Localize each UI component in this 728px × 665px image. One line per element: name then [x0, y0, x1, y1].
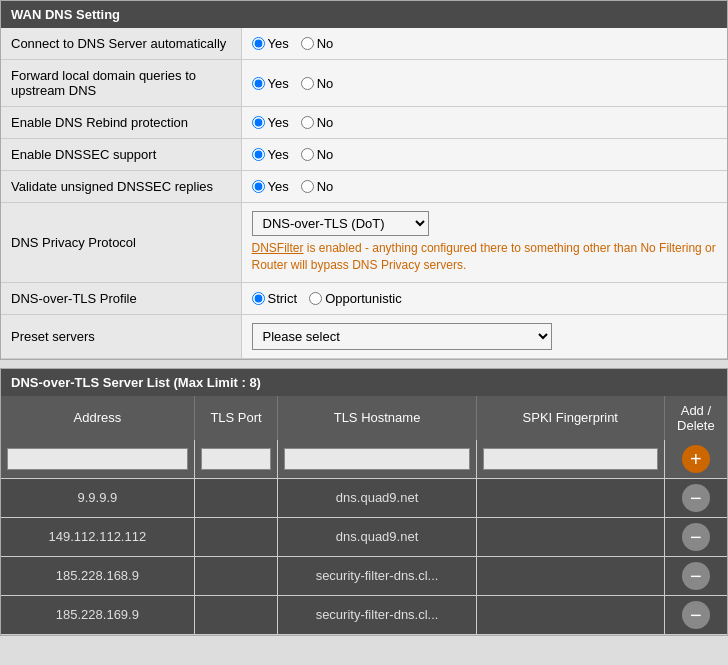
- cell-tlshost-2: dns.quad9.net: [278, 517, 476, 556]
- input-spki[interactable]: [483, 448, 658, 470]
- radio-strict[interactable]: Strict: [252, 291, 298, 306]
- radio-opportunistic[interactable]: Opportunistic: [309, 291, 402, 306]
- delete-server-button-3[interactable]: −: [682, 562, 710, 590]
- dns-privacy-note-text: is enabled - anything configured there t…: [252, 241, 716, 272]
- table-row: 149.112.112.112 dns.quad9.net −: [1, 517, 727, 556]
- radio-no-rebind[interactable]: No: [301, 115, 334, 130]
- radio-yes-forward[interactable]: Yes: [252, 76, 289, 91]
- delete-server-button-4[interactable]: −: [682, 601, 710, 629]
- table-row: 9.9.9.9 dns.quad9.net −: [1, 478, 727, 517]
- label-rebind: Enable DNS Rebind protection: [1, 107, 241, 139]
- input-row: +: [1, 440, 727, 479]
- strict-label: Strict: [268, 291, 298, 306]
- table-row: 185.228.168.9 security-filter-dns.cl... …: [1, 556, 727, 595]
- radio-input-yes-rebind[interactable]: [252, 116, 265, 129]
- cell-tlshost-3: security-filter-dns.cl...: [278, 556, 476, 595]
- input-address[interactable]: [7, 448, 188, 470]
- radio-no-validate[interactable]: No: [301, 179, 334, 194]
- row-preset-servers: Preset servers Please select: [1, 314, 727, 358]
- radio-dot-profile: Strict Opportunistic: [252, 291, 718, 306]
- radio-validate: Yes No: [252, 179, 718, 194]
- radio-no-dnssec[interactable]: No: [301, 147, 334, 162]
- cell-tlshost-4: security-filter-dns.cl...: [278, 595, 476, 634]
- radio-yes-connect[interactable]: Yes: [252, 36, 289, 51]
- server-list-section: DNS-over-TLS Server List (Max Limit : 8)…: [0, 368, 728, 636]
- radio-input-yes-dnssec[interactable]: [252, 148, 265, 161]
- cell-tlsport-4: [194, 595, 278, 634]
- radio-input-no-rebind[interactable]: [301, 116, 314, 129]
- label-forward-local: Forward local domain queries to upstream…: [1, 60, 241, 107]
- row-rebind: Enable DNS Rebind protection Yes No: [1, 107, 727, 139]
- radio-input-no-validate[interactable]: [301, 180, 314, 193]
- label-validate: Validate unsigned DNSSEC replies: [1, 171, 241, 203]
- radio-dnssec: Yes No: [252, 147, 718, 162]
- radio-connect-auto: Yes No: [252, 36, 718, 51]
- label-dnssec: Enable DNSSEC support: [1, 139, 241, 171]
- row-dot-profile: DNS-over-TLS Profile Strict Opportunisti…: [1, 282, 727, 314]
- table-header-row: Address TLS Port TLS Hostname SPKI Finge…: [1, 396, 727, 440]
- cell-tlsport-3: [194, 556, 278, 595]
- cell-spki-3: [476, 556, 664, 595]
- radio-forward-local: Yes No: [252, 76, 718, 91]
- th-address: Address: [1, 396, 194, 440]
- wan-dns-title: WAN DNS Setting: [1, 1, 727, 28]
- radio-no-connect[interactable]: No: [301, 36, 334, 51]
- radio-yes-validate[interactable]: Yes: [252, 179, 289, 194]
- radio-rebind: Yes No: [252, 115, 718, 130]
- row-forward-local: Forward local domain queries to upstream…: [1, 60, 727, 107]
- cell-tlsport-1: [194, 478, 278, 517]
- radio-input-opportunistic[interactable]: [309, 292, 322, 305]
- cell-address-3: 185.228.168.9: [1, 556, 194, 595]
- preset-servers-select[interactable]: Please select: [252, 323, 552, 350]
- row-dnssec: Enable DNSSEC support Yes No: [1, 139, 727, 171]
- cell-address-4: 185.228.169.9: [1, 595, 194, 634]
- label-dot-profile: DNS-over-TLS Profile: [1, 282, 241, 314]
- cell-tlshost-1: dns.quad9.net: [278, 478, 476, 517]
- cell-spki-1: [476, 478, 664, 517]
- input-tls-hostname[interactable]: [284, 448, 469, 470]
- radio-input-no-connect[interactable]: [301, 37, 314, 50]
- th-tlsport: TLS Port: [194, 396, 278, 440]
- radio-input-yes-connect[interactable]: [252, 37, 265, 50]
- server-list-table: Address TLS Port TLS Hostname SPKI Finge…: [1, 396, 727, 635]
- cell-address-2: 149.112.112.112: [1, 517, 194, 556]
- label-connect-auto: Connect to DNS Server automatically: [1, 28, 241, 60]
- cell-tlsport-2: [194, 517, 278, 556]
- cell-spki-4: [476, 595, 664, 634]
- protocol-select[interactable]: DNS-over-TLS (DoT) DNS-over-HTTPS (DoH) …: [252, 211, 429, 236]
- radio-yes-rebind[interactable]: Yes: [252, 115, 289, 130]
- radio-input-no-dnssec[interactable]: [301, 148, 314, 161]
- label-preset-servers: Preset servers: [1, 314, 241, 358]
- row-dns-privacy: DNS Privacy Protocol DNS-over-TLS (DoT) …: [1, 203, 727, 283]
- settings-table: Connect to DNS Server automatically Yes …: [1, 28, 727, 359]
- th-tlshost: TLS Hostname: [278, 396, 476, 440]
- wan-dns-section: WAN DNS Setting Connect to DNS Server au…: [0, 0, 728, 360]
- delete-server-button-1[interactable]: −: [682, 484, 710, 512]
- row-connect-auto: Connect to DNS Server automatically Yes …: [1, 28, 727, 60]
- cell-spki-2: [476, 517, 664, 556]
- row-validate: Validate unsigned DNSSEC replies Yes No: [1, 171, 727, 203]
- delete-server-button-2[interactable]: −: [682, 523, 710, 551]
- th-action: Add / Delete: [664, 396, 727, 440]
- radio-input-no-forward[interactable]: [301, 77, 314, 90]
- radio-input-yes-validate[interactable]: [252, 180, 265, 193]
- server-list-title: DNS-over-TLS Server List (Max Limit : 8): [1, 369, 727, 396]
- radio-input-yes-forward[interactable]: [252, 77, 265, 90]
- add-server-button[interactable]: +: [682, 445, 710, 473]
- dns-privacy-note: DNSFilter is enabled - anything configur…: [252, 240, 718, 274]
- th-spki: SPKI Fingerprint: [476, 396, 664, 440]
- no-label: No: [317, 36, 334, 51]
- opportunistic-label: Opportunistic: [325, 291, 402, 306]
- dnsfilter-link[interactable]: DNSFilter: [252, 241, 304, 255]
- table-row: 185.228.169.9 security-filter-dns.cl... …: [1, 595, 727, 634]
- radio-no-forward[interactable]: No: [301, 76, 334, 91]
- label-dns-privacy: DNS Privacy Protocol: [1, 203, 241, 283]
- input-tls-port[interactable]: [201, 448, 272, 470]
- cell-address-1: 9.9.9.9: [1, 478, 194, 517]
- radio-yes-dnssec[interactable]: Yes: [252, 147, 289, 162]
- radio-input-strict[interactable]: [252, 292, 265, 305]
- yes-label: Yes: [268, 36, 289, 51]
